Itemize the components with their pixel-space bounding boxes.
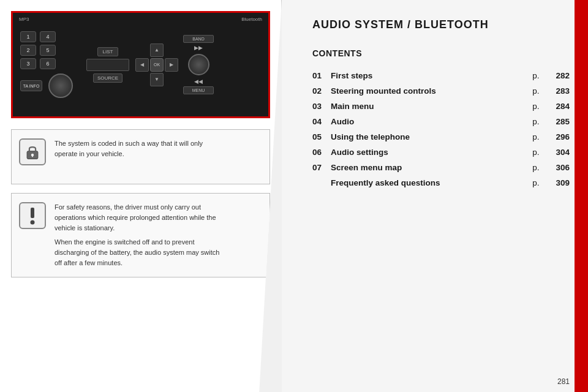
- toc-page-num: 285: [545, 114, 570, 129]
- section-title: AUDIO SYSTEM / BLUETOOTH: [312, 18, 570, 31]
- source-button[interactable]: SOURCE: [93, 74, 123, 83]
- svg-point-4: [31, 221, 35, 225]
- toc-page-num: 284: [545, 99, 570, 114]
- warning-text-2: operations which require prolonged atten…: [55, 213, 261, 223]
- btn-3[interactable]: 3: [20, 58, 36, 69]
- toc-p-label: p.: [527, 129, 545, 145]
- toc-number: 04: [312, 114, 331, 129]
- unit-screen: [86, 59, 129, 71]
- toc-title: Audio settings: [331, 145, 527, 160]
- warning-text-3: vehicle is stationary.: [55, 223, 261, 233]
- toc-row: 03Main menup.284: [312, 99, 570, 114]
- toc-row: 02Steering mounted controlsp.283: [312, 83, 570, 99]
- svg-rect-3: [31, 208, 34, 218]
- warning-icon: [23, 205, 42, 226]
- unit-right-section: BAND ▶▶ ◀◀ MENU: [183, 35, 214, 94]
- toc-number: 07: [312, 160, 331, 175]
- toc-number: 05: [312, 129, 331, 145]
- toc-table: 01First stepsp.28202Steering mounted con…: [312, 68, 570, 190]
- list-button[interactable]: LIST: [97, 47, 119, 56]
- right-red-strip: [575, 0, 588, 392]
- toc-p-label: p.: [527, 99, 545, 114]
- toc-title: Frequently asked questions: [331, 175, 527, 190]
- toc-number: 02: [312, 83, 331, 99]
- audio-unit-render: MP3 Bluetooth 1 4 2 5 3 6 TA INFO: [13, 13, 268, 116]
- toc-row: 07Screen menu mapp.306: [312, 160, 570, 175]
- mp3-label: MP3: [19, 17, 29, 22]
- right-knob[interactable]: [188, 54, 209, 75]
- warning-box: For safety reasons, the driver must only…: [11, 193, 270, 277]
- warning-text-5: discharging of the battery, the audio sy…: [55, 247, 261, 258]
- nav-ok-button[interactable]: OK: [150, 58, 164, 72]
- page-number: 281: [557, 377, 570, 386]
- left-column: MP3 Bluetooth 1 4 2 5 3 6 TA INFO: [0, 0, 282, 392]
- toc-title: First steps: [331, 68, 527, 83]
- warning-text-4: When the engine is switched off and to p…: [55, 237, 261, 247]
- contents-label: CONTENTS: [312, 48, 570, 58]
- bluetooth-label: Bluetooth: [241, 17, 262, 22]
- toc-page-num: 306: [545, 160, 570, 175]
- svg-rect-2: [32, 155, 33, 157]
- lock-icon: [24, 143, 41, 160]
- toc-row: Frequently asked questionsp.309: [312, 175, 570, 190]
- unit-center-section: LIST SOURCE: [86, 47, 129, 83]
- toc-page-num: 283: [545, 83, 570, 99]
- btn-5[interactable]: 5: [40, 45, 56, 56]
- toc-title: Audio: [331, 114, 527, 129]
- toc-p-label: p.: [527, 83, 545, 99]
- btn-2[interactable]: 2: [20, 45, 36, 56]
- toc-number: 06: [312, 145, 331, 160]
- toc-title: Screen menu map: [331, 160, 527, 175]
- unit-left-section: 1 4 2 5 3 6 TA INFO: [20, 31, 77, 98]
- toc-title: Main menu: [331, 99, 527, 114]
- toc-number: 03: [312, 99, 331, 114]
- lock-icon-wrap: [19, 138, 46, 165]
- toc-p-label: p.: [527, 145, 545, 160]
- toc-page-num: 296: [545, 129, 570, 145]
- toc-page-num: 282: [545, 68, 570, 83]
- lock-text-line2: operate in your vehicle.: [55, 149, 261, 159]
- toc-p-label: p.: [527, 175, 545, 190]
- btn-1[interactable]: 1: [20, 31, 36, 42]
- left-knob[interactable]: [48, 74, 73, 98]
- btn-4[interactable]: 4: [40, 31, 56, 42]
- toc-row: 04Audiop.285: [312, 114, 570, 129]
- toc-p-label: p.: [527, 160, 545, 175]
- toc-page-num: 309: [545, 175, 570, 190]
- page-container: MP3 Bluetooth 1 4 2 5 3 6 TA INFO: [0, 0, 588, 392]
- toc-row: 06Audio settingsp.304: [312, 145, 570, 160]
- warning-text-6: off after a few minutes.: [55, 258, 261, 268]
- toc-p-label: p.: [527, 114, 545, 129]
- toc-number: [312, 175, 331, 190]
- nav-cluster: ▲ ◀ OK ▶ ▼: [135, 43, 178, 86]
- btn-6[interactable]: 6: [40, 58, 56, 69]
- toc-title: Using the telephone: [331, 129, 527, 145]
- toc-title: Steering mounted controls: [331, 83, 527, 99]
- number-grid: 1 4 2 5 3 6: [20, 31, 77, 69]
- band-button[interactable]: BAND: [183, 35, 214, 43]
- audio-unit-image: MP3 Bluetooth 1 4 2 5 3 6 TA INFO: [11, 11, 270, 118]
- nav-up-button[interactable]: ▲: [150, 43, 164, 57]
- toc-row: 01First stepsp.282: [312, 68, 570, 83]
- btn-ta-info[interactable]: TA INFO: [20, 80, 42, 91]
- warning-icon-wrap: [19, 202, 46, 229]
- toc-row: 05Using the telephonep.296: [312, 129, 570, 145]
- nav-down-button[interactable]: ▼: [150, 73, 164, 86]
- menu-button[interactable]: MENU: [183, 86, 214, 94]
- warning-text-1: For safety reasons, the driver must only…: [55, 202, 261, 213]
- toc-number: 01: [312, 68, 331, 83]
- toc-p-label: p.: [527, 68, 545, 83]
- lock-info-box: The system is coded in such a way that i…: [11, 129, 270, 184]
- nav-left-button[interactable]: ◀: [135, 58, 149, 72]
- lock-text-line1: The system is coded in such a way that i…: [55, 138, 261, 149]
- nav-right-button[interactable]: ▶: [165, 58, 178, 72]
- right-column: AUDIO SYSTEM / BLUETOOTH CONTENTS 01Firs…: [282, 0, 588, 392]
- toc-page-num: 304: [545, 145, 570, 160]
